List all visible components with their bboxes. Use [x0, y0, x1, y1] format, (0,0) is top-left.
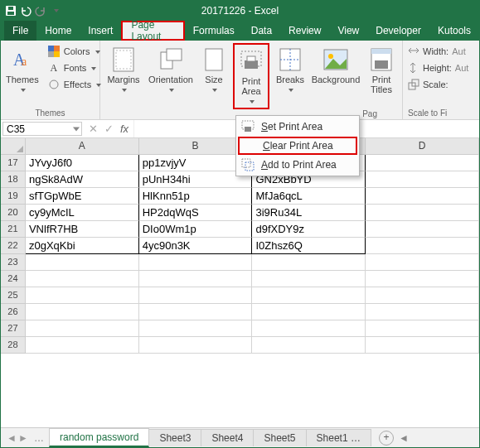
cell[interactable]: ngSk8AdW	[26, 171, 139, 188]
sheet-nav-prev-icon[interactable]: ◄	[6, 432, 17, 444]
row-header[interactable]: 25	[1, 287, 26, 304]
print-titles-button[interactable]: Print Titles	[364, 43, 399, 96]
themes-button[interactable]: Aa Themes	[4, 43, 41, 96]
cell[interactable]: DIo0Wm1p	[139, 221, 253, 238]
cell[interactable]	[26, 287, 139, 304]
cell[interactable]	[252, 287, 366, 304]
row-header[interactable]: 20	[1, 205, 26, 221]
colors-button[interactable]: Colors	[44, 43, 104, 60]
row-header[interactable]: 21	[1, 221, 26, 238]
cell[interactable]: VNlfR7HB	[26, 221, 139, 238]
name-box-dropdown-icon[interactable]	[73, 127, 80, 131]
cell[interactable]	[366, 320, 479, 337]
sheet-nav-more[interactable]: …	[29, 432, 49, 444]
orientation-button[interactable]: Orientation	[147, 43, 195, 96]
cell[interactable]	[366, 205, 479, 221]
cell[interactable]	[366, 171, 479, 188]
size-button[interactable]: Size	[198, 43, 230, 96]
cell[interactable]	[139, 271, 253, 287]
margins-button[interactable]: Margins	[104, 43, 143, 96]
cell[interactable]: I0Zhsz6Q	[252, 238, 366, 254]
enter-icon[interactable]: ✓	[104, 123, 114, 135]
cell[interactable]	[252, 337, 366, 354]
cell[interactable]: JYvyJ6f0	[26, 155, 139, 171]
cell[interactable]	[366, 155, 479, 171]
scale-row[interactable]: Scale:	[408, 76, 468, 93]
cell[interactable]	[366, 287, 479, 304]
print-area-button[interactable]: Print Area	[233, 43, 269, 109]
cell[interactable]	[366, 188, 479, 205]
save-icon[interactable]	[4, 4, 17, 17]
height-row[interactable]: Height:Aut	[408, 60, 468, 76]
row-header[interactable]: 17	[1, 155, 26, 171]
cell[interactable]: MfJa6qcL	[252, 188, 366, 205]
cell[interactable]	[139, 337, 253, 354]
tab-view[interactable]: View	[329, 21, 367, 41]
sheet-tab-sheet3[interactable]: Sheet3	[148, 429, 201, 446]
menu-set-print-area[interactable]: Set Print Area	[236, 118, 359, 136]
cell[interactable]	[366, 254, 479, 271]
tab-formulas[interactable]: Formulas	[185, 21, 243, 41]
menu-add-to-print-area[interactable]: Add to Print Area	[236, 156, 359, 174]
select-all-cell[interactable]	[1, 138, 26, 155]
tab-review[interactable]: Review	[280, 21, 329, 41]
cell[interactable]	[139, 287, 253, 304]
breaks-button[interactable]: Breaks	[273, 43, 308, 96]
row-header[interactable]: 26	[1, 304, 26, 320]
sheet-nav-right-icon[interactable]: ◄	[399, 432, 409, 444]
cell[interactable]	[366, 221, 479, 238]
cell[interactable]	[139, 254, 253, 271]
cell[interactable]	[252, 304, 366, 320]
cell[interactable]	[26, 271, 139, 287]
qat-more-icon[interactable]	[49, 4, 62, 17]
cell[interactable]	[366, 337, 479, 354]
row-header[interactable]: 22	[1, 238, 26, 254]
name-box[interactable]: C35	[2, 122, 82, 136]
cell[interactable]	[252, 254, 366, 271]
undo-icon[interactable]	[19, 4, 32, 17]
cell[interactable]	[366, 304, 479, 320]
background-button[interactable]: Background	[311, 43, 361, 86]
cell[interactable]	[139, 320, 253, 337]
cell[interactable]: HP2dqWqS	[139, 205, 253, 221]
redo-icon[interactable]	[34, 4, 47, 17]
tab-file[interactable]: File	[4, 21, 36, 41]
tab-insert[interactable]: Insert	[80, 21, 121, 41]
tab-kutools[interactable]: Kutools	[429, 21, 479, 41]
cancel-icon[interactable]: ✕	[89, 123, 98, 135]
col-header-d[interactable]: D	[366, 138, 479, 155]
effects-button[interactable]: Effects	[44, 76, 104, 93]
row-header[interactable]: 19	[1, 188, 26, 205]
cell[interactable]: HlKnn51p	[139, 188, 253, 205]
cell[interactable]	[139, 304, 253, 320]
sheet-tab-sheet5[interactable]: Sheet5	[253, 429, 306, 446]
menu-clear-print-area[interactable]: Clear Print Area	[238, 137, 357, 155]
add-sheet-button[interactable]: +	[379, 431, 394, 446]
row-header[interactable]: 23	[1, 254, 26, 271]
tab-developer[interactable]: Developer	[367, 21, 429, 41]
cell[interactable]	[252, 271, 366, 287]
cell[interactable]	[26, 320, 139, 337]
sheet-nav-next-icon[interactable]: ►	[17, 432, 29, 444]
cell[interactable]: 4yc90n3K	[139, 238, 253, 254]
cell[interactable]	[252, 320, 366, 337]
cell[interactable]: 3i9Ru34L	[252, 205, 366, 221]
sheet-tab-random-password[interactable]: random password	[49, 428, 149, 447]
row-header[interactable]: 24	[1, 271, 26, 287]
cell[interactable]: sfTGpWbE	[26, 188, 139, 205]
sheet-tab-sheet1[interactable]: Sheet1 …	[306, 429, 371, 446]
cell[interactable]	[26, 304, 139, 320]
cell[interactable]	[366, 238, 479, 254]
tab-page-layout[interactable]: Page Layout	[121, 21, 184, 41]
fonts-button[interactable]: AFonts	[44, 60, 104, 76]
row-header[interactable]: 27	[1, 320, 26, 337]
cell[interactable]	[366, 271, 479, 287]
width-row[interactable]: Width:Aut	[408, 43, 468, 60]
cell[interactable]: z0gXqKbi	[26, 238, 139, 254]
sheet-tab-sheet4[interactable]: Sheet4	[201, 429, 254, 446]
row-header[interactable]: 28	[1, 337, 26, 354]
col-header-a[interactable]: A	[26, 138, 139, 155]
tab-home[interactable]: Home	[36, 21, 80, 41]
cell[interactable]	[26, 254, 139, 271]
cell[interactable]	[26, 337, 139, 354]
